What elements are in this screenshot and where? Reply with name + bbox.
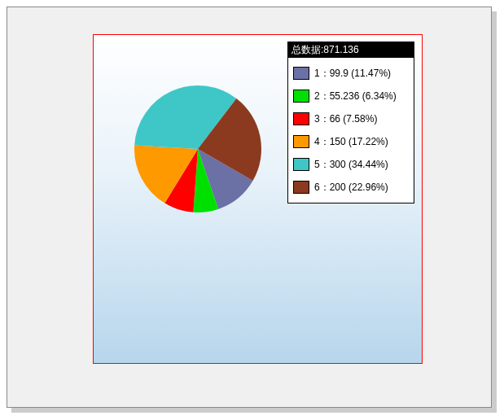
pie-chart [133,84,263,214]
outer-panel: 总数据:871.136 1：99.9 (11.47%) 2：55.236 (6.… [7,7,492,408]
legend-swatch [293,112,309,125]
legend: 总数据:871.136 1：99.9 (11.47%) 2：55.236 (6.… [287,42,414,203]
legend-title: 总数据:871.136 [288,42,414,58]
legend-swatch [293,181,309,194]
legend-swatch [293,158,309,171]
legend-label: 6：200 (22.96%) [314,181,388,195]
legend-label: 2：55.236 (6.34%) [314,90,397,103]
legend-swatch [293,135,309,148]
legend-body: 1：99.9 (11.47%) 2：55.236 (6.34%) 3：66 (7… [288,58,414,203]
legend-item: 1：99.9 (11.47%) [293,66,409,81]
legend-label: 5：300 (34.44%) [314,158,388,172]
legend-swatch [293,90,309,103]
legend-item: 4：150 (17.22%) [293,134,409,149]
legend-item: 3：66 (7.58%) [293,112,409,126]
legend-label: 1：99.9 (11.47%) [314,67,391,81]
legend-label: 4：150 (17.22%) [314,135,388,149]
chart-frame: 总数据:871.136 1：99.9 (11.47%) 2：55.236 (6.… [93,34,423,364]
legend-label: 3：66 (7.58%) [314,112,377,126]
legend-item: 2：55.236 (6.34%) [293,89,409,103]
legend-item: 6：200 (22.96%) [293,180,409,195]
legend-swatch [293,67,309,80]
legend-item: 5：300 (34.44%) [293,157,409,172]
